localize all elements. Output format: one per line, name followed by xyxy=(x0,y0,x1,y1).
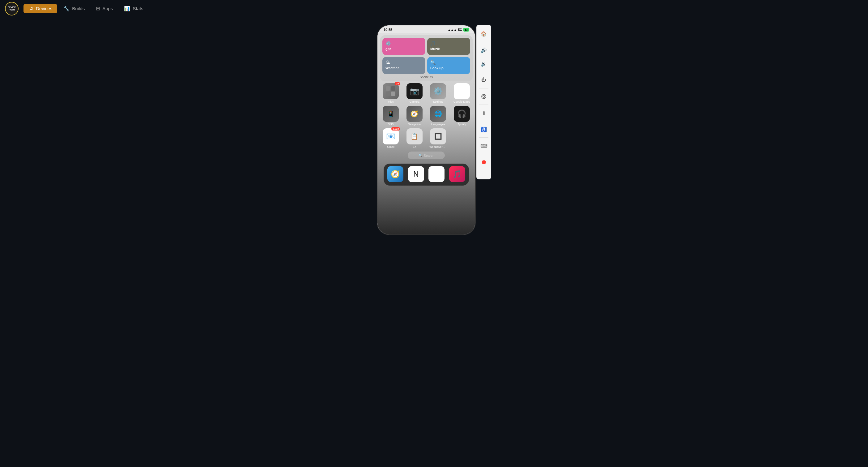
app-grid: 79 misc 📷 Camera xyxy=(380,83,473,148)
settings-label: Settings xyxy=(433,100,443,103)
builds-icon: 🔧 xyxy=(63,6,69,11)
stats-icon: 📊 xyxy=(124,6,130,11)
maps-label: Google Maps xyxy=(454,100,470,103)
google-icon: G xyxy=(428,166,444,182)
app-row-1: 79 misc 📷 Camera xyxy=(380,83,473,103)
misc-badge: 79 xyxy=(395,82,400,85)
app-camera[interactable]: 📷 Camera xyxy=(404,83,426,103)
search-bar[interactable]: 🔍 Search xyxy=(386,151,466,159)
lookup-label: Look up xyxy=(430,66,467,70)
webdriver-icon-wrapper: 🔲 xyxy=(430,128,446,144)
app-spotify[interactable]: 🎧 Spotify xyxy=(451,106,473,126)
spotify-icon-wrapper: 🎧 xyxy=(454,106,470,122)
gmail-icon: 📧 xyxy=(383,128,399,144)
app-languages[interactable]: 🌐 Languages xyxy=(427,106,449,126)
keyboard-button[interactable]: ⌨ xyxy=(477,140,490,152)
app-webdriver[interactable]: 🔲 WebDriverAgen... xyxy=(427,128,449,148)
shortcuts-title: Shortcuts xyxy=(382,76,470,79)
divider-3 xyxy=(479,88,488,88)
power-button[interactable]: ⏻ xyxy=(477,74,490,86)
nav-item-builds[interactable]: 🔧 Builds xyxy=(58,4,90,13)
shortcut-gpt[interactable]: ⚙️ gpt xyxy=(382,38,425,55)
shortcuts-section: ⚙️ gpt 🎵 Muzik 🌤 Weather xyxy=(380,35,473,81)
nav-label-apps: Apps xyxy=(102,6,113,11)
shortcut-muzik[interactable]: 🎵 Muzik xyxy=(427,38,470,55)
navigation-icon-wrapper: 🧭 xyxy=(406,106,423,122)
camera-icon: 📷 xyxy=(406,83,423,99)
accessibility-button[interactable]: ♿ xyxy=(477,123,490,136)
phone-frame: 10:55 ▲▲▲ 5G 83 ⚙️ gpt xyxy=(377,25,476,235)
app-sns[interactable]: 📱 SNS xyxy=(380,106,402,126)
volume-up-button[interactable]: 🔊 xyxy=(477,44,490,56)
languages-label: Languages xyxy=(431,123,445,126)
muzik-icon: 🎵 xyxy=(430,41,467,46)
gpt-icon: ⚙️ xyxy=(385,41,422,46)
devices-icon: 🖥 xyxy=(28,6,33,11)
dock-safari[interactable]: 🧭 xyxy=(386,166,405,183)
camera-label: Camera xyxy=(410,100,420,103)
gmail-icon-wrapper: 📧 3.223 xyxy=(383,128,399,144)
divider-7 xyxy=(479,154,488,154)
phone-container: 10:55 ▲▲▲ 5G 83 ⚙️ gpt xyxy=(377,25,491,235)
nav-item-apps[interactable]: ⊞ Apps xyxy=(91,4,118,13)
weather-label: Weather xyxy=(385,66,422,70)
home-button[interactable]: 🏠 xyxy=(477,28,490,40)
webdriver-icon: 🔲 xyxy=(430,128,446,144)
notion-icon: N xyxy=(408,166,424,182)
app-settings[interactable]: ⚙️ Settings xyxy=(427,83,449,103)
maps-icon-wrapper: 🗺 xyxy=(454,83,470,99)
app-row-2: 📱 SNS 🧭 Navigation xyxy=(380,106,473,126)
divider-1 xyxy=(479,42,488,42)
nav-label-builds: Builds xyxy=(72,6,85,11)
ex-icon-wrapper: 📋 xyxy=(406,128,423,144)
dock: 🧭 N G 🎵 xyxy=(383,164,469,185)
camera-icon-wrapper: 📷 xyxy=(406,83,423,99)
app-misc[interactable]: 79 misc xyxy=(380,83,402,103)
nav-item-devices[interactable]: 🖥 Devices xyxy=(24,4,57,13)
misc-icon xyxy=(383,83,399,99)
dock-google[interactable]: G xyxy=(427,166,446,183)
search-pill[interactable]: 🔍 Search xyxy=(408,151,445,159)
spotify-label: Spotify xyxy=(458,123,466,126)
shortcut-weather[interactable]: 🌤 Weather xyxy=(382,57,425,74)
upload-button[interactable]: ⬆ xyxy=(477,107,490,119)
status-time: 10:55 xyxy=(383,28,392,32)
camera-icon-svg xyxy=(481,94,487,99)
languages-icon: 🌐 xyxy=(430,106,446,122)
volume-down-button[interactable]: 🔉 xyxy=(477,58,490,70)
dock-music[interactable]: 🎵 xyxy=(448,166,467,183)
divider-6 xyxy=(479,137,488,138)
network-type: 5G xyxy=(458,28,462,32)
phone-screen: 10:55 ▲▲▲ 5G 83 ⚙️ gpt xyxy=(377,25,475,234)
search-label: Search xyxy=(424,154,435,157)
dock-notion[interactable]: N xyxy=(407,166,426,183)
app-googlemaps[interactable]: 🗺 Google Maps xyxy=(451,83,473,103)
navigation-label: Navigation xyxy=(408,123,421,126)
nav-item-stats[interactable]: 📊 Stats xyxy=(119,4,148,13)
music-icon: 🎵 xyxy=(449,166,465,182)
settings-icon-wrapper: ⚙️ xyxy=(430,83,446,99)
weather-icon: 🌤 xyxy=(385,60,422,65)
safari-icon: 🧭 xyxy=(387,166,403,182)
languages-icon-wrapper: 🌐 xyxy=(430,106,446,122)
logo[interactable]: DEVICE FARM xyxy=(5,2,19,16)
ex-label: EX xyxy=(413,145,416,148)
app-empty xyxy=(451,128,473,148)
app-navigation[interactable]: 🧭 Navigation xyxy=(404,106,426,126)
lookup-icon: 🔍 xyxy=(430,60,467,65)
nav-items: 🖥 Devices 🔧 Builds ⊞ Apps 📊 Stats xyxy=(24,4,148,13)
nav-label-devices: Devices xyxy=(36,6,52,11)
record-button[interactable]: ⏺ xyxy=(477,156,490,168)
shortcut-lookup[interactable]: 🔍 Look up xyxy=(427,57,470,74)
app-ex[interactable]: 📋 EX xyxy=(404,128,426,148)
screenshot-button[interactable] xyxy=(477,90,490,103)
app-gmail[interactable]: 📧 3.223 Gmail xyxy=(380,128,402,148)
gmail-badge: 3.223 xyxy=(391,127,400,130)
shortcuts-grid: ⚙️ gpt 🎵 Muzik 🌤 Weather xyxy=(382,38,470,74)
battery-badge: 83 xyxy=(463,28,469,32)
svg-point-1 xyxy=(483,95,485,97)
divider-2 xyxy=(479,72,488,72)
navigation-icon: 🧭 xyxy=(406,106,423,122)
search-icon: 🔍 xyxy=(418,153,423,157)
gpt-label: gpt xyxy=(385,47,422,51)
